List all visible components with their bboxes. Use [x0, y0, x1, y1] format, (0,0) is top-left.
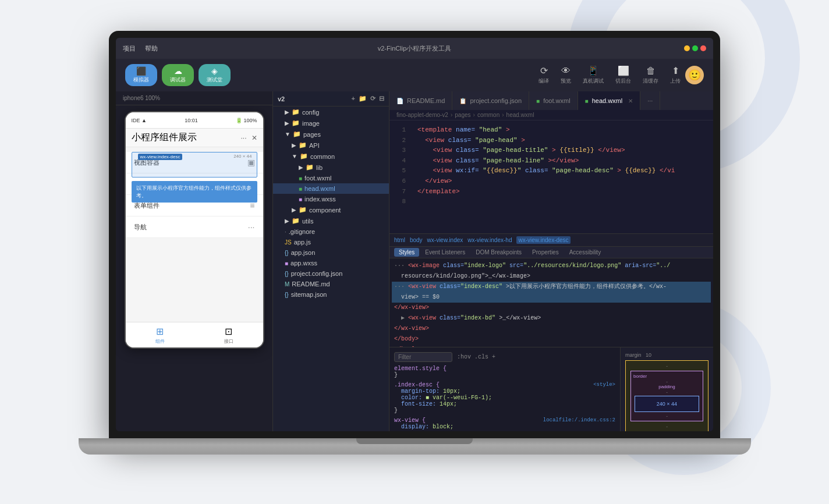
pseudo-class-toggle[interactable]: :hov .cls +	[457, 354, 495, 360]
more-icon[interactable]: ···	[240, 134, 246, 142]
upload-icon: ⬆	[672, 65, 679, 76]
clear-cache-action[interactable]: 🗑 清缓存	[643, 66, 658, 85]
highlighted-text-block: 以下用展示小程序官方组件能力，组件样式仅供参考。	[132, 181, 257, 203]
tree-item-image[interactable]: ▶ 📁 image	[273, 118, 389, 129]
debugger-icon: ☁	[174, 66, 182, 76]
tree-label-index-wxss: index.wxss	[304, 196, 336, 203]
tree-item-common[interactable]: ▼ 📁 common	[273, 151, 389, 162]
background-action[interactable]: ⬜ 切后台	[615, 65, 631, 85]
laptop-base	[79, 438, 751, 455]
tree-item-foot-wxml[interactable]: ■ foot.wxml	[273, 173, 389, 183]
new-file-icon[interactable]: +	[352, 95, 355, 102]
html-tag-body[interactable]: body	[410, 237, 423, 243]
html-tag-html[interactable]: html	[394, 237, 405, 243]
maximize-button[interactable]	[692, 45, 698, 51]
breadcrumb: fino-applet-demo-v2 › pages › common › h…	[389, 110, 713, 120]
upload-action[interactable]: ⬆ 上传	[670, 65, 681, 85]
test-button[interactable]: ◈ 测试堂	[199, 64, 231, 86]
tab-more[interactable]: ···	[640, 91, 660, 110]
code-line-8	[417, 197, 706, 207]
tree-label-app-json: app.json	[291, 249, 316, 256]
collapse-icon[interactable]: ⊟	[379, 95, 384, 102]
styles-tab-properties[interactable]: Properties	[527, 248, 564, 257]
tree-item-app-wxss[interactable]: ■ app.wxss	[273, 258, 389, 268]
menu-item-project[interactable]: 项目	[123, 44, 136, 53]
folder-icon-pages: 📁	[293, 130, 301, 138]
app-title: 小程序组件展示	[132, 132, 197, 144]
tab-readme[interactable]: 📄 README.md	[389, 91, 452, 110]
styles-filter-input[interactable]	[394, 352, 452, 362]
tree-item-sitemap[interactable]: {} sitemap.json	[273, 289, 389, 300]
nav-item-interface[interactable]: ⊡ 接口	[194, 324, 263, 347]
refresh-icon[interactable]: ⟳	[370, 95, 375, 102]
folder-icon-common: 📁	[300, 152, 308, 160]
chevron-down-icon-common: ▼	[292, 153, 297, 159]
phone-title-bar: 小程序组件展示 ··· ✕	[126, 129, 263, 147]
tree-item-utils[interactable]: ▶ 📁 utils	[273, 215, 389, 226]
close-button[interactable]	[700, 45, 706, 51]
attr-value-head: "head"	[479, 126, 502, 133]
code-line-1: <template name= "head" >	[417, 125, 706, 136]
tree-item-index-wxss[interactable]: ■ index.wxss	[273, 194, 389, 204]
tree-label-head-wxml: head.wxml	[304, 185, 335, 192]
tree-item-config[interactable]: ▶ 📁 config	[273, 107, 389, 118]
tab-label-readme: README.md	[407, 97, 445, 104]
new-folder-icon[interactable]: 📁	[359, 95, 367, 102]
styles-content: :hov .cls + element.style { }	[389, 347, 713, 431]
tree-item-lib[interactable]: ▶ 📁 lib	[273, 162, 389, 173]
breadcrumb-root: fino-applet-demo-v2	[396, 112, 448, 118]
styles-tab-event[interactable]: Event Listeners	[420, 248, 470, 257]
devtools-content: ··· <wx-image class="index-logo" src="..…	[389, 258, 713, 431]
tab-foot-wxml[interactable]: ■ foot.wxml	[529, 91, 578, 110]
tab-head-wxml[interactable]: ■ head.wxml ✕	[578, 91, 641, 110]
tree-item-head-wxml[interactable]: ■ head.wxml	[273, 183, 389, 194]
tree-label-project-config: project.config.json	[291, 270, 343, 277]
minimize-button[interactable]	[684, 45, 690, 51]
menu-item-text-3: 导航	[134, 223, 147, 232]
tab-project-config[interactable]: 📋 project.config.json	[452, 91, 529, 110]
menu-item-3[interactable]: 导航 ···	[126, 216, 263, 238]
tree-item-gitignore[interactable]: · .gitignore	[273, 226, 389, 237]
tree-item-app-js[interactable]: JS app.js	[273, 237, 389, 247]
styles-tab-accessibility[interactable]: Accessibility	[565, 248, 605, 257]
tree-label-gitignore: .gitignore	[289, 228, 315, 235]
test-icon: ◈	[211, 66, 218, 76]
tab-icon-readme: 📄	[396, 98, 403, 104]
nav-item-component[interactable]: ⊞ 组件	[126, 324, 194, 347]
file-icon-head-wxml: ■	[299, 186, 302, 192]
close-icon[interactable]: ✕	[251, 134, 257, 142]
html-tag-wx-index-desc[interactable]: wx-view.index-desc	[516, 236, 570, 244]
tree-item-component[interactable]: ▶ 📁 component	[273, 204, 389, 215]
menu-item-help[interactable]: 帮助	[145, 44, 158, 53]
tab-close-head[interactable]: ✕	[628, 98, 633, 104]
styles-tab-dom[interactable]: DOM Breakpoints	[471, 248, 526, 257]
real-device-action[interactable]: 📱 真机调试	[583, 65, 604, 85]
tab-label-foot: foot.wxml	[543, 97, 570, 104]
styles-filter-bar: :hov .cls +	[394, 352, 615, 362]
tree-label-readme: README.md	[292, 281, 330, 288]
tree-item-project-config[interactable]: {} project.config.json	[273, 268, 389, 279]
devtools-panel: html body wx-view.index wx-view.index-hd…	[389, 233, 713, 431]
tab-icon-foot: ■	[536, 98, 540, 104]
interface-nav-icon: ⊡	[225, 326, 232, 337]
toolbar-actions: ⟳ 编译 👁 预览 📱 真机调试 ⬜ 切后台	[539, 65, 681, 85]
debugger-button[interactable]: ☁ 调试器	[162, 64, 194, 86]
preview-label: 预览	[561, 77, 571, 85]
code-content[interactable]: <template name= "head" > <view class= "p…	[410, 120, 713, 233]
tree-item-api[interactable]: ▶ 📁 API	[273, 140, 389, 151]
html-tag-wx-index[interactable]: wx-view.index	[427, 237, 463, 243]
compile-action[interactable]: ⟳ 编译	[539, 65, 549, 85]
chevron-right-icon-image: ▶	[285, 120, 289, 126]
phone-frame: IDE ▲ 10:01 🔋 100% 小程序组件展示 ··· ✕	[125, 111, 264, 349]
preview-action[interactable]: 👁 预览	[561, 66, 571, 85]
tree-item-app-json[interactable]: {} app.json	[273, 247, 389, 258]
styles-tab-styles[interactable]: Styles	[394, 248, 419, 257]
simulator-button[interactable]: ⬛ 模拟器	[125, 64, 157, 86]
html-tag-wx-index-hd[interactable]: wx-view.index-hd	[467, 237, 512, 243]
tree-item-readme[interactable]: M README.md	[273, 279, 389, 289]
code-line-4: <view class= "page-head-line" ></view>	[417, 156, 706, 166]
code-line-3: <view class= "page-head-title" > {{title…	[417, 145, 706, 156]
ide-window: 项目 帮助 v2-FinClip小程序开发工具 ⬛ 模拟器	[116, 38, 713, 431]
tree-item-pages[interactable]: ▼ 📁 pages	[273, 129, 389, 140]
user-avatar[interactable]: 🙂	[685, 66, 704, 84]
